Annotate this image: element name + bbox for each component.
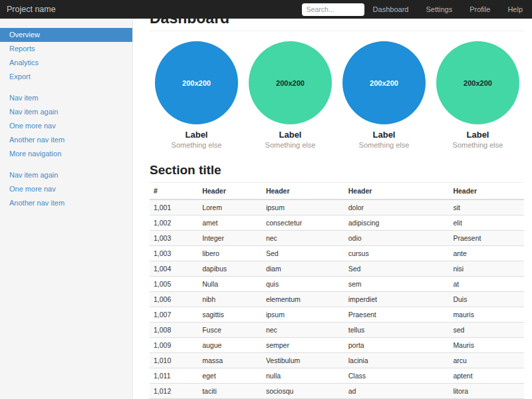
table-cell: nisi (449, 261, 524, 277)
sidebar-item-one-more-nav[interactable]: One more nav (0, 182, 132, 196)
placeholder-circle-image: 200x200 (436, 41, 519, 124)
search-input[interactable] (302, 3, 364, 16)
table-cell: taciti (198, 384, 262, 399)
table-cell: 1,011 (150, 368, 198, 384)
table-cell: 1,012 (150, 384, 198, 399)
table-cell: ipsum (262, 200, 344, 215)
placeholder-circle-image: 200x200 (249, 41, 332, 124)
table-cell: tellus (344, 323, 450, 338)
table-cell: mauris (449, 307, 524, 323)
main-content: Dashboard 200x200LabelSomething else200x… (133, 0, 532, 399)
table-cell: Nulla (198, 277, 262, 292)
table-header-cell: Header (344, 183, 450, 200)
sidebar-item-analytics[interactable]: Analytics (0, 56, 132, 70)
table-header-row: #HeaderHeaderHeaderHeader (150, 183, 524, 200)
sidebar-item-reports[interactable]: Reports (0, 42, 132, 56)
sidebar-group: Nav item againOne more navAnother nav it… (0, 168, 132, 210)
table-body: 1,001Loremipsumdolorsit1,002ametconsecte… (150, 200, 524, 399)
navbar-link-dashboard[interactable]: Dashboard (364, 5, 418, 13)
placeholder-cell: 200x200LabelSomething else (337, 41, 431, 149)
table-cell: ipsum (262, 307, 344, 323)
table-header-cell: Header (198, 183, 262, 200)
brand[interactable]: Project name (7, 5, 56, 14)
table-cell: Vestibulum (262, 353, 344, 368)
sidebar-item-overview[interactable]: Overview (0, 28, 132, 42)
table-cell: sem (344, 277, 450, 292)
sidebar-item-nav-item-again[interactable]: Nav item again (0, 105, 132, 119)
navbar-link-help[interactable]: Help (499, 5, 523, 13)
placeholder-cell: 200x200LabelSomething else (243, 41, 337, 149)
table-cell: quis (262, 277, 344, 292)
placeholder-row: 200x200LabelSomething else200x200LabelSo… (150, 41, 525, 149)
sidebar-item-nav-item[interactable]: Nav item (0, 91, 132, 105)
sidebar-item-another-nav-item[interactable]: Another nav item (0, 196, 132, 210)
table-cell: semper (262, 338, 344, 353)
table-row: 1,003liberoSedcursusante (150, 246, 524, 261)
table-cell: aptent (449, 368, 524, 384)
placeholder-label: Label (150, 130, 243, 140)
table-cell: 1,006 (150, 292, 198, 307)
table-header-cell: Header (262, 183, 344, 200)
table-cell: Sed (344, 261, 450, 277)
table-header-cell: Header (449, 183, 524, 200)
sidebar-item-another-nav-item[interactable]: Another nav item (0, 133, 132, 147)
table-cell: sed (449, 323, 524, 338)
table-cell: 1,001 (150, 200, 198, 215)
table-row: 1,004dapibusdiamSednisi (150, 261, 524, 277)
table-cell: Praesent (449, 231, 524, 246)
table-cell: Praesent (344, 307, 450, 323)
table-head: #HeaderHeaderHeaderHeader (150, 183, 524, 200)
table-cell: 1,003 (150, 246, 198, 261)
table-cell: at (449, 277, 524, 292)
table-row: 1,002ametconsecteturadipiscingelit (150, 215, 524, 231)
table-cell: sit (449, 200, 524, 215)
sidebar-item-one-more-nav[interactable]: One more nav (0, 119, 132, 133)
table-cell: elit (449, 215, 524, 231)
table-cell: porta (344, 338, 450, 353)
table-cell: sagittis (198, 307, 262, 323)
table-cell: odio (344, 231, 450, 246)
table-cell: 1,002 (150, 215, 198, 231)
placeholder-cell: 200x200LabelSomething else (431, 41, 525, 149)
placeholder-size-text: 200x200 (370, 79, 398, 87)
sidebar-item-nav-item-again[interactable]: Nav item again (0, 168, 132, 182)
placeholder-sublabel: Something else (431, 141, 525, 149)
table-cell: nulla (262, 368, 344, 384)
sidebar-nav: OverviewReportsAnalyticsExportNav itemNa… (0, 19, 133, 399)
table-cell: nec (262, 231, 344, 246)
table-cell: litora (449, 384, 524, 399)
table-cell: sociosqu (262, 384, 344, 399)
sidebar-group: OverviewReportsAnalyticsExport (0, 28, 132, 84)
table-cell: adipiscing (344, 215, 450, 231)
table-cell: dapibus (198, 261, 262, 277)
navbar-link-settings[interactable]: Settings (417, 5, 461, 13)
table-cell: 1,010 (150, 353, 198, 368)
placeholder-sublabel: Something else (337, 141, 431, 149)
table-cell: lacinia (344, 353, 450, 368)
table-cell: Mauris (449, 338, 524, 353)
table-cell: arcu (449, 353, 524, 368)
table-cell: consectetur (262, 215, 344, 231)
top-navbar: Project name DashboardSettingsProfileHel… (0, 0, 532, 19)
table-cell: cursus (344, 246, 450, 261)
table-cell: augue (198, 338, 262, 353)
table-cell: eget (198, 368, 262, 384)
section-title: Section title (150, 163, 524, 183)
placeholder-label: Label (431, 130, 525, 140)
sidebar-item-more-navigation[interactable]: More navigation (0, 147, 132, 161)
table-header-cell: # (150, 183, 198, 200)
table-cell: ante (449, 246, 524, 261)
sidebar-item-export[interactable]: Export (0, 70, 132, 84)
table-cell: nec (262, 323, 344, 338)
table-cell: amet (198, 215, 262, 231)
data-table: #HeaderHeaderHeaderHeader 1,001Loremipsu… (150, 183, 524, 399)
placeholder-label: Label (243, 130, 337, 140)
table-cell: libero (198, 246, 262, 261)
table-row: 1,012tacitisociosquadlitora (150, 384, 524, 399)
table-row: 1,003IntegernecodioPraesent (150, 231, 524, 246)
table-cell: 1,005 (150, 277, 198, 292)
navbar-link-profile[interactable]: Profile (461, 5, 499, 13)
table-cell: imperdiet (344, 292, 450, 307)
placeholder-cell: 200x200LabelSomething else (150, 41, 243, 149)
table-cell: dolor (344, 200, 450, 215)
